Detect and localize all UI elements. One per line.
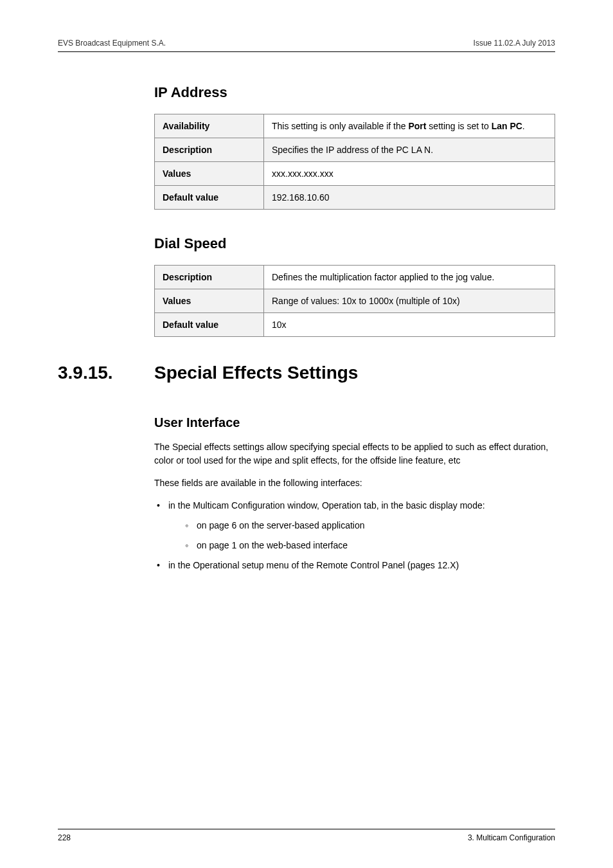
cell-label: Description <box>155 138 264 162</box>
sub-list: on page 6 on the server-based applicatio… <box>168 519 555 552</box>
text-span: This setting is only available if the <box>272 121 408 131</box>
ip-address-heading: IP Address <box>154 84 555 101</box>
page: EVS Broadcast Equipment S.A. Issue 11.02… <box>0 0 613 868</box>
cell-label: Values <box>155 289 264 313</box>
cell-value: xxx.xxx.xxx.xxx <box>264 162 555 186</box>
bold-text: Port <box>408 121 426 131</box>
paragraph: These fields are available in the follow… <box>154 476 555 490</box>
bold-text: Lan PC <box>492 121 522 131</box>
table-row: Description Specifies the IP address of … <box>155 138 555 162</box>
table-row: Default value 192.168.10.60 <box>155 186 555 210</box>
ip-address-table: Availability This setting is only availa… <box>154 114 555 210</box>
header-right: Issue 11.02.A July 2013 <box>474 39 555 48</box>
list-item: in the Operational setup menu of the Rem… <box>154 559 555 572</box>
paragraph: The Special effects settings allow speci… <box>154 440 555 467</box>
dial-speed-heading: Dial Speed <box>154 235 555 252</box>
table-row: Default value 10x <box>155 313 555 337</box>
page-footer: 228 3. Multicam Configuration <box>58 829 555 842</box>
page-header: EVS Broadcast Equipment S.A. Issue 11.02… <box>58 39 555 48</box>
table-row: Values xxx.xxx.xxx.xxx <box>155 162 555 186</box>
table-row: Values Range of values: 10x to 1000x (mu… <box>155 289 555 313</box>
content-area: IP Address Availability This setting is … <box>154 84 555 337</box>
section-number: 3.9.15. <box>58 363 154 383</box>
list-item: in the Multicam Configuration window, Op… <box>154 499 555 552</box>
list-item: on page 1 on the web-based interface <box>182 539 555 552</box>
user-interface-heading: User Interface <box>154 415 555 430</box>
section-content: User Interface The Special effects setti… <box>154 415 555 572</box>
header-rule <box>58 51 555 52</box>
footer-rule <box>58 829 555 829</box>
header-left: EVS Broadcast Equipment S.A. <box>58 39 166 48</box>
dial-speed-table: Description Defines the multiplication f… <box>154 265 555 337</box>
cell-value: 192.168.10.60 <box>264 186 555 210</box>
section-title: Special Effects Settings <box>154 363 358 383</box>
cell-value: Defines the multiplication factor applie… <box>264 266 555 289</box>
cell-label: Values <box>155 162 264 186</box>
table-row: Description Defines the multiplication f… <box>155 266 555 289</box>
list-item: on page 6 on the server-based applicatio… <box>182 519 555 532</box>
cell-value: 10x <box>264 313 555 337</box>
cell-value: Specifies the IP address of the PC LA N. <box>264 138 555 162</box>
text-span: setting is set to <box>426 121 491 131</box>
bullet-list: in the Multicam Configuration window, Op… <box>154 499 555 572</box>
cell-label: Default value <box>155 313 264 337</box>
text-span: . <box>522 121 525 131</box>
cell-value: Range of values: 10x to 1000x (multiple … <box>264 289 555 313</box>
cell-label: Availability <box>155 114 264 138</box>
cell-label: Description <box>155 266 264 289</box>
cell-label: Default value <box>155 186 264 210</box>
footer-section: 3. Multicam Configuration <box>468 833 555 842</box>
cell-value: This setting is only available if the Po… <box>264 114 555 138</box>
page-number: 228 <box>58 833 71 842</box>
section-heading-row: 3.9.15. Special Effects Settings <box>58 363 555 383</box>
list-text: in the Multicam Configuration window, Op… <box>168 500 485 511</box>
table-row: Availability This setting is only availa… <box>155 114 555 138</box>
footer-row: 228 3. Multicam Configuration <box>58 833 555 842</box>
